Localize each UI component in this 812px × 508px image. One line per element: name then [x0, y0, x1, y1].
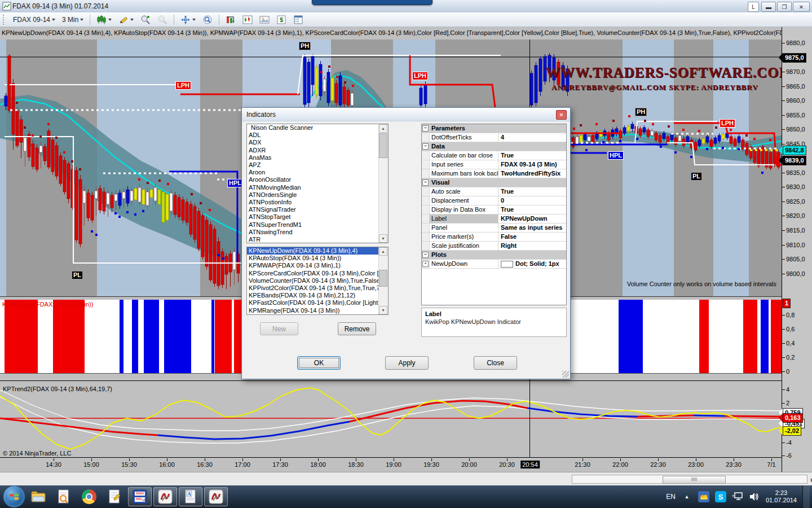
available-indicator-item[interactable]: ADL: [247, 132, 388, 139]
scroll-up-icon[interactable]: ▲: [379, 124, 387, 133]
notepad-taskbar-icon[interactable]: [103, 487, 126, 506]
scroll-up-icon[interactable]: ▲: [379, 247, 387, 256]
close-dialog-button[interactable]: Close: [474, 356, 517, 370]
tray-expand-icon[interactable]: ▲: [681, 491, 692, 502]
property-row-scale-justification[interactable]: Scale justificationRight: [422, 242, 566, 251]
property-row-dotoffsetticks[interactable]: DotOffsetTicks4: [422, 133, 566, 142]
list-scrollbar[interactable]: ▲ ▼: [378, 124, 388, 243]
skype-tray-icon[interactable]: S: [715, 491, 726, 502]
explorer-taskbar-icon[interactable]: [27, 487, 50, 506]
property-group-data[interactable]: −Data: [422, 142, 566, 151]
available-indicator-item[interactable]: ATR: [247, 236, 388, 243]
apply-button[interactable]: Apply: [385, 356, 429, 370]
ninjatrader-data-taskbar-icon[interactable]: 64: [128, 487, 152, 506]
configured-indicator-item[interactable]: KPAutoStop(FDAX 09-14 (3 Min)): [247, 255, 388, 262]
list-scrollbar[interactable]: ▲ ▼: [378, 247, 388, 314]
scroll-down-icon[interactable]: ▼: [379, 234, 387, 243]
scrollbar-thumb[interactable]: [379, 133, 387, 158]
available-indicator-item[interactable]: ATNStopTarget: [247, 213, 388, 221]
price-axis[interactable]: 9880,09875,09870,09865,09860,09855,09850…: [782, 27, 812, 472]
property-row-newupdown[interactable]: +NewUpDownDot; Solid; 1px: [422, 260, 566, 269]
available-indicator-item[interactable]: ATNOrdersSingle: [247, 191, 388, 199]
snapshot-button[interactable]: [257, 14, 272, 26]
property-row-price-marker-s-[interactable]: Price marker(s)False: [422, 233, 566, 242]
kptrend2-panel[interactable]: [0, 380, 782, 458]
configured-indicators-list[interactable]: KPNewUpDown(FDAX 09-14 (3 Min),4)KPAutoS…: [246, 247, 389, 315]
available-indicator-item[interactable]: AroonOscillator: [247, 176, 388, 183]
account-button[interactable]: $: [274, 14, 289, 26]
available-indicator-item[interactable]: ATNSignalTrader: [247, 206, 388, 213]
chart-style-button[interactable]: [94, 14, 114, 26]
panel-grid-button[interactable]: [291, 14, 306, 26]
available-indicator-item[interactable]: APZ: [247, 161, 388, 169]
network-tray-icon[interactable]: [732, 491, 743, 502]
configured-indicator-item[interactable]: KPEBands(FDAX 09-14 (3 Min),21,12): [247, 292, 388, 299]
scrollbar-thumb[interactable]: ⦀⦀⦀: [663, 476, 726, 484]
indicator-properties-grid[interactable]: −ParametersDotOffsetTicks4−DataCalculate…: [421, 124, 567, 305]
dialog-titlebar[interactable]: Indicators: [242, 108, 570, 121]
property-row-calculate-on-bar-close[interactable]: Calculate on bar closeTrue: [422, 151, 566, 160]
available-indicator-item[interactable]: Nison Candle Scanner: [247, 124, 388, 132]
property-group-parameters[interactable]: −Parameters: [422, 124, 566, 133]
configured-indicator-item[interactable]: KPScoreCardColor(FDAX 09-14 (3 Min),Colo…: [247, 270, 388, 277]
new-button[interactable]: New: [260, 322, 298, 335]
remove-button[interactable]: Remove: [338, 322, 376, 335]
language-indicator[interactable]: EN: [666, 493, 676, 501]
resize-grip[interactable]: [562, 371, 569, 378]
volume-tray-icon[interactable]: [749, 491, 760, 502]
available-indicator-item[interactable]: ATNswingTrend: [247, 229, 388, 236]
property-row-display-in-data-box[interactable]: Display in Data BoxTrue: [422, 205, 566, 214]
property-row-panel[interactable]: PanelSame as input series: [422, 224, 566, 233]
time-axis[interactable]: 20:54 14:3015:0015:3016:0016:3017:0017:3…: [0, 457, 782, 472]
lock-button[interactable]: L: [748, 2, 759, 12]
wordpad-taskbar-icon[interactable]: A: [179, 487, 202, 506]
ninjatrader2-taskbar-icon[interactable]: [204, 487, 228, 506]
cursor-mode-button[interactable]: [178, 14, 198, 26]
property-row-auto-scale[interactable]: Auto scaleTrue: [422, 187, 566, 196]
horizontal-scrollbar[interactable]: ⦀⦀⦀ ▶: [572, 475, 807, 484]
axis-tick-label: 0,4: [786, 340, 795, 347]
property-row-input-series[interactable]: Input seriesFDAX 09-14 (3 Min): [422, 160, 566, 169]
scrollbar-thumb[interactable]: [379, 270, 387, 287]
interval-dropdown[interactable]: 3 Min: [60, 15, 86, 25]
available-indicator-item[interactable]: ATNPostionInfo: [247, 199, 388, 206]
configured-indicator-item[interactable]: VolumeCounter(FDAX 09-14 (3 Min),True,Fa…: [247, 277, 388, 284]
property-row-label[interactable]: LabelKPNewUpDown: [422, 214, 566, 224]
minimize-button[interactable]: ▬: [761, 2, 776, 12]
configured-indicator-item[interactable]: KPPivot2Color(FDAX 09-14 (3 Min),True,Tr…: [247, 284, 388, 292]
property-row-maximum-bars-look-back[interactable]: Maximum bars look backTwoHundredFiftySix: [422, 169, 566, 178]
configured-indicator-item[interactable]: KPMWAP(FDAX 09-14 (3 Min),1): [247, 262, 388, 269]
chrome-taskbar-icon[interactable]: [77, 487, 101, 506]
property-group-plots[interactable]: −Plots: [422, 251, 566, 260]
available-indicators-list[interactable]: Nison Candle ScannerADLADXADXRAnaMasAPZA…: [246, 124, 389, 243]
chart-window-button[interactable]: [240, 14, 255, 26]
restore-button[interactable]: ❐: [777, 2, 792, 12]
data-box-button[interactable]: [200, 14, 215, 26]
available-indicator-item[interactable]: AnaMas: [247, 154, 388, 161]
property-row-displacement[interactable]: Displacement0: [422, 196, 566, 205]
weather-tray-icon[interactable]: [698, 491, 709, 502]
property-group-visual[interactable]: −Visual: [422, 178, 566, 187]
market-analyzer-button[interactable]: [223, 14, 238, 26]
configured-indicator-item[interactable]: KPFast2Color(FDAX 09-14 (3 Min),Color [L…: [247, 299, 388, 306]
start-button[interactable]: [3, 486, 25, 507]
configured-indicator-item[interactable]: KPMRange(FDAX 09-14 (3 Min)): [247, 307, 388, 314]
clock[interactable]: 2:23 01.07.2014: [766, 489, 797, 504]
zoom-out-button[interactable]: [155, 14, 170, 26]
ok-button[interactable]: OK: [297, 356, 341, 370]
available-indicator-item[interactable]: Aroon: [247, 169, 388, 176]
available-indicator-item[interactable]: ADXR: [247, 147, 388, 154]
available-indicator-item[interactable]: ATNSuperTrendM1: [247, 221, 388, 229]
available-indicator-item[interactable]: ADX: [247, 139, 388, 146]
dialog-close-icon[interactable]: ✕: [556, 110, 567, 120]
instrument-dropdown[interactable]: FDAX 09-14: [11, 15, 58, 25]
scroll-down-icon[interactable]: ▼: [379, 306, 387, 314]
configured-indicator-item[interactable]: KPNewUpDown(FDAX 09-14 (3 Min),4): [247, 247, 388, 255]
ninjatrader-taskbar-icon[interactable]: [153, 487, 177, 506]
drawing-tools-button[interactable]: [116, 14, 136, 26]
show-desktop-button[interactable]: [802, 485, 810, 508]
close-button[interactable]: ✕: [793, 2, 810, 12]
search-taskbar-icon[interactable]: [52, 487, 76, 506]
zoom-in-button[interactable]: [138, 14, 153, 26]
available-indicator-item[interactable]: ATNMovingMedian: [247, 184, 388, 191]
